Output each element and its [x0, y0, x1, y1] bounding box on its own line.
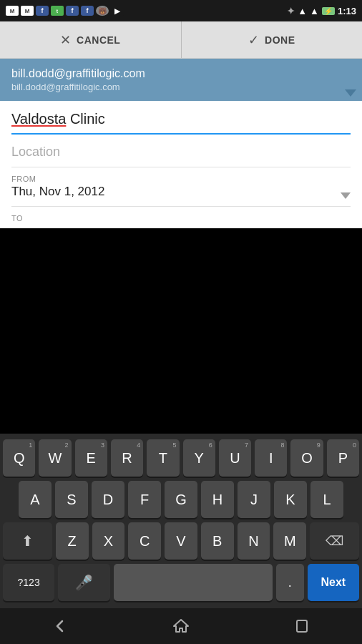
shift-key[interactable]: ⬆ — [3, 522, 52, 560]
mic-icon: 🎤 — [75, 574, 93, 591]
key-p[interactable]: 0P — [327, 439, 359, 477]
keyboard-row-1: 1Q 2W 3E 4R 5T 6Y 7U 8I 9O 0P — [3, 439, 359, 477]
from-value: Thu, Nov 1, 2012 — [11, 185, 351, 199]
key-b[interactable]: B — [201, 522, 234, 560]
space-key[interactable] — [114, 564, 273, 601]
key-m[interactable]: M — [273, 522, 306, 560]
key-a[interactable]: A — [19, 481, 52, 518]
period-label: . — [288, 575, 292, 590]
gmail-icon-1: M — [6, 6, 19, 16]
account-dropdown-arrow — [345, 89, 356, 97]
nav-recents-button[interactable] — [294, 618, 310, 634]
key-c[interactable]: C — [128, 522, 161, 560]
bluetooth-icon: ✦ — [287, 6, 295, 16]
from-dropdown-arrow — [341, 192, 351, 199]
key-p-number: 0 — [353, 441, 356, 449]
next-label: Next — [321, 576, 346, 589]
facebook-icon-2: f — [66, 6, 79, 16]
svg-marker-0 — [174, 620, 188, 632]
punct-label: ?123 — [18, 577, 40, 588]
keyboard-row-4: ?123 🎤 . Next — [3, 564, 359, 601]
shift-icon: ⬆ — [21, 532, 34, 550]
location-placeholder: Location — [11, 145, 60, 159]
done-icon: ✓ — [248, 32, 259, 48]
next-key[interactable]: Next — [308, 564, 359, 601]
key-d[interactable]: D — [92, 481, 124, 518]
from-field[interactable]: FROM Thu, Nov 1, 2012 — [11, 167, 351, 207]
location-field[interactable]: Location — [11, 135, 351, 167]
key-u[interactable]: 7U — [219, 439, 251, 477]
key-z[interactable]: Z — [56, 522, 89, 560]
nav-back-button[interactable] — [52, 618, 68, 634]
key-f[interactable]: F — [128, 481, 161, 518]
title-word-clinic: Clinic — [66, 111, 104, 127]
key-i[interactable]: 8I — [255, 439, 287, 477]
gmail-icon-2: M — [21, 6, 34, 16]
notification-icons: M M f t f f 🐻 ▶ — [6, 6, 124, 16]
key-s[interactable]: S — [55, 481, 88, 518]
key-x[interactable]: X — [92, 522, 125, 560]
wifi-icon: ▲ — [298, 6, 307, 16]
facebook-icon-1: f — [36, 6, 49, 16]
keyboard: 1Q 2W 3E 4R 5T 6Y 7U 8I 9O 0P A S D F G … — [0, 434, 362, 608]
key-w[interactable]: 2W — [39, 439, 71, 477]
key-n[interactable]: N — [238, 522, 270, 560]
account-email-primary: bill.dodd@graffitilogic.com — [11, 67, 351, 80]
cancel-icon: ✕ — [60, 32, 71, 48]
key-w-number: 2 — [65, 441, 69, 449]
svg-rect-1 — [297, 620, 307, 632]
key-j[interactable]: J — [238, 481, 270, 518]
key-t[interactable]: 5T — [147, 439, 179, 477]
from-label: FROM — [11, 175, 351, 183]
key-l[interactable]: L — [310, 481, 343, 518]
title-value: Valdosta Clinic — [11, 101, 351, 133]
backspace-key[interactable]: ⌫ — [310, 522, 359, 560]
mic-key[interactable]: 🎤 — [58, 564, 109, 601]
key-o[interactable]: 9O — [290, 439, 323, 477]
key-y[interactable]: 6Y — [183, 439, 215, 477]
key-k[interactable]: K — [274, 481, 307, 518]
recents-icon — [294, 618, 310, 634]
punct-key[interactable]: ?123 — [3, 564, 54, 601]
home-icon — [172, 618, 190, 635]
play-icon: ▶ — [111, 6, 124, 16]
key-i-number: 8 — [280, 441, 284, 449]
title-field[interactable]: Valdosta Clinic — [11, 101, 351, 135]
status-right: ✦ ▲ ▲ ⚡ 1:13 — [287, 6, 356, 16]
account-email-secondary: bill.dodd@graffitilogic.com — [11, 82, 351, 92]
key-e[interactable]: 3E — [75, 439, 107, 477]
nav-home-button[interactable] — [172, 618, 190, 635]
bear-icon: 🐻 — [96, 6, 109, 16]
key-q-number: 1 — [29, 441, 32, 449]
key-r[interactable]: 4R — [111, 439, 143, 477]
period-key[interactable]: . — [276, 564, 304, 601]
done-label: DONE — [265, 34, 295, 46]
signal-icon: ▲ — [310, 6, 319, 16]
cancel-label: CANCEL — [77, 34, 120, 46]
key-r-number: 4 — [137, 441, 140, 449]
keyboard-row-3: ⬆ Z X C V B N M ⌫ — [3, 522, 359, 560]
form-area: Valdosta Clinic Location FROM Thu, Nov 1… — [0, 101, 362, 228]
to-field[interactable]: TO — [11, 207, 351, 228]
done-button[interactable]: ✓ DONE — [182, 21, 363, 58]
title-word-valdosta: Valdosta — [11, 111, 66, 127]
key-v[interactable]: V — [165, 522, 197, 560]
key-e-number: 3 — [101, 441, 104, 449]
key-q[interactable]: 1Q — [3, 439, 35, 477]
key-h[interactable]: H — [201, 481, 234, 518]
battery-icon: ⚡ — [322, 7, 335, 15]
to-label: TO — [11, 214, 351, 223]
key-o-number: 9 — [317, 441, 321, 449]
action-bar: ✕ CANCEL ✓ DONE — [0, 21, 362, 59]
status-bar: M M f t f f 🐻 ▶ ✦ ▲ ▲ ⚡ 1:13 — [0, 0, 362, 21]
talk-icon: t — [51, 6, 64, 16]
cancel-button[interactable]: ✕ CANCEL — [0, 21, 182, 58]
account-header[interactable]: bill.dodd@graffitilogic.com bill.dodd@gr… — [0, 59, 362, 101]
back-icon — [52, 618, 68, 634]
key-t-number: 5 — [172, 441, 176, 449]
keyboard-row-2: A S D F G H J K L — [3, 481, 359, 518]
nav-bar — [0, 608, 362, 644]
facebook-icon-3: f — [81, 6, 94, 16]
key-g[interactable]: G — [165, 481, 197, 518]
key-y-number: 6 — [209, 441, 212, 449]
